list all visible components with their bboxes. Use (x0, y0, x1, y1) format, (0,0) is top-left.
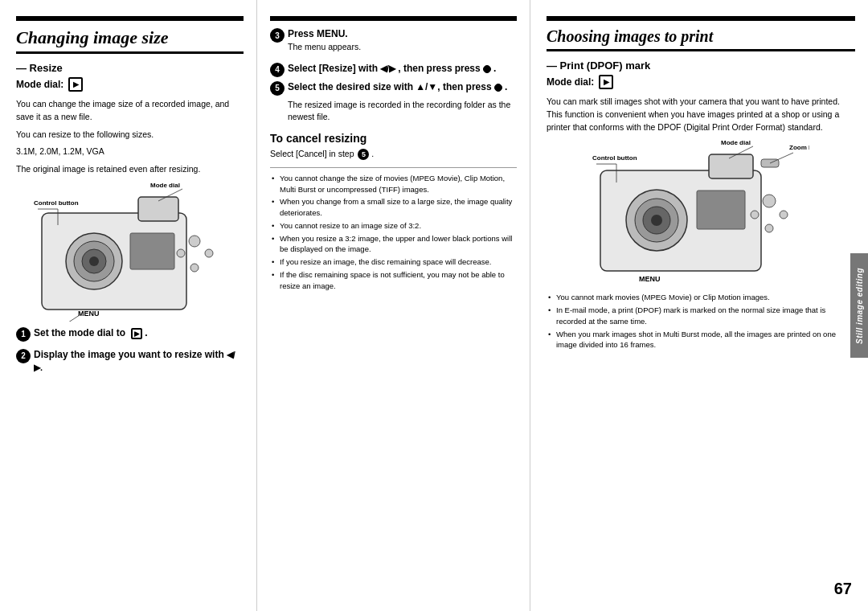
right-bullet-3: When you mark images shot in Multi Burst… (547, 329, 855, 351)
step5-period: . (505, 81, 507, 92)
cancel-step-num: 5 (358, 149, 369, 160)
step1-num: 1 (16, 327, 31, 342)
right-camera-svg: Control button Mode dial MENU Zoom butto… (592, 138, 809, 287)
svg-point-29 (751, 211, 759, 219)
left-body2: You can resize to the following sizes. (16, 129, 244, 141)
left-section-title: Changing image size (16, 27, 244, 54)
top-border-right (547, 16, 855, 21)
svg-text:MENU: MENU (639, 275, 661, 283)
step4-text: Select [Resize] with (288, 63, 378, 74)
svg-rect-1 (138, 197, 178, 221)
step4-mid2: press (455, 63, 483, 74)
svg-text:MENU: MENU (78, 310, 100, 318)
step4-circle-btn (483, 65, 491, 73)
step5-arrows: ▲/▼, then press (416, 81, 494, 92)
step2-content: Display the image you want to resize wit… (34, 348, 244, 374)
svg-rect-20 (709, 154, 753, 178)
step1-text: Set the mode dial to (34, 327, 125, 338)
svg-point-10 (177, 249, 185, 257)
step4-num: 4 (270, 63, 285, 77)
svg-point-27 (780, 211, 788, 219)
left-body3: The original image is retained even afte… (16, 163, 244, 176)
svg-point-5 (89, 256, 99, 266)
svg-point-8 (205, 249, 213, 257)
cancel-title: To cancel resizing (270, 132, 517, 145)
step1-period: . (145, 327, 147, 338)
bullet-6: If the disc remaining space is not suffi… (270, 269, 517, 292)
svg-text:Mode dial: Mode dial (721, 139, 751, 146)
step1: 1 Set the mode dial to ▶ . (16, 326, 244, 342)
right-mode-dial-label: Mode dial: (547, 76, 594, 88)
left-camera-diagram: MENU Control button Mode dial MENU (34, 181, 227, 322)
svg-rect-6 (130, 233, 174, 269)
svg-text:Mode dial: Mode dial (150, 182, 180, 189)
right-bullet-1: You cannot mark movies (MPEG Movie) or C… (547, 292, 855, 303)
page: Changing image size — Resize Mode dial: … (0, 0, 868, 611)
svg-rect-25 (697, 191, 745, 229)
svg-point-26 (763, 195, 776, 207)
left-mode-dial-label: Mode dial: (16, 79, 63, 90)
step5-text: Select the desired size with (288, 81, 413, 92)
right-camera-diagram: Control button Mode dial MENU Zoom butto… (592, 138, 809, 287)
cancel-section: To cancel resizing Select [Cancel] in st… (270, 132, 517, 161)
bullet-1: You cannot change the size of movies (MP… (270, 173, 517, 195)
svg-text:Control button: Control button (592, 154, 637, 162)
step4: 4 Select [Resize] with ◀/▶ , then press … (270, 62, 517, 77)
step4-content: Select [Resize] with ◀/▶ , then press pr… (288, 62, 517, 76)
bullet-5: If you resize an image, the disc remaini… (270, 256, 517, 268)
right-subtitle: — Print (DPOF) mark (547, 59, 855, 72)
step5-content: Select the desired size with ▲/▼, then p… (288, 80, 517, 94)
bullet-2: When you change from a small size to a l… (270, 196, 517, 219)
top-border-left (16, 16, 244, 21)
middle-column: 3 Press MENU. The menu appears. 4 Select… (257, 0, 530, 611)
bullet-3: You cannot resize to an image size of 3:… (270, 220, 517, 232)
page-number: 67 (834, 580, 852, 598)
step5: 5 Select the desired size with ▲/▼, then… (270, 80, 517, 96)
right-section-title: Choosing images to print (547, 27, 855, 51)
sidebar-tab: Still image editing (850, 253, 868, 358)
left-mode-dial-line: Mode dial: (16, 77, 244, 92)
svg-text:Zoom button: Zoom button (789, 144, 809, 151)
step3-num: 3 (270, 28, 285, 43)
svg-point-28 (765, 224, 773, 232)
svg-line-17 (66, 314, 82, 322)
svg-point-24 (651, 215, 662, 226)
step4-mid: , then press (398, 63, 452, 74)
step2-num: 2 (16, 349, 31, 363)
resized-note: The resized image is recorded in the rec… (288, 99, 517, 125)
step3-content: Press MENU. The menu appears. (288, 27, 517, 59)
step1-content: Set the mode dial to ▶ . (34, 326, 244, 340)
step3-title: Press MENU. (288, 27, 517, 41)
step3-body: The menu appears. (288, 41, 517, 54)
right-play-icon (599, 75, 613, 89)
svg-line-37 (770, 153, 793, 163)
bullet-4: When you resize a 3:2 image, the upper a… (270, 233, 517, 256)
cancel-body: Select [Cancel] in step 5 . (270, 148, 517, 161)
step4-period: . (493, 63, 496, 74)
middle-bullets: You cannot change the size of movies (MP… (270, 173, 517, 292)
step5-circle-btn (494, 84, 502, 92)
svg-point-7 (189, 236, 200, 247)
left-camera-svg: MENU Control button Mode dial MENU (34, 181, 227, 322)
svg-text:Control button: Control button (34, 199, 79, 207)
left-column: Changing image size — Resize Mode dial: … (0, 0, 257, 611)
right-body1: You can mark still images shot with your… (547, 96, 855, 133)
step2: 2 Display the image you want to resize w… (16, 348, 244, 374)
right-mode-dial-line: Mode dial: (547, 75, 855, 89)
left-subtitle: — Resize (16, 62, 244, 74)
left-body1: You can change the image size of a recor… (16, 98, 244, 124)
right-column: Choosing images to print — Print (DPOF) … (530, 0, 868, 611)
step2-text: Display the image you want to resize wit… (34, 349, 224, 360)
top-border-middle (270, 16, 517, 21)
right-bullet-2: In E-mail mode, a print (DPOF) mark is m… (547, 305, 855, 327)
step5-num: 5 (270, 81, 285, 96)
divider (270, 167, 517, 168)
svg-point-9 (190, 264, 199, 272)
step1-play-icon: ▶ (131, 328, 142, 339)
left-sizes: 3.1M, 2.0M, 1.2M, VGA (16, 146, 244, 158)
step4-arrows: ◀/▶ (380, 64, 395, 73)
left-play-icon (68, 77, 83, 92)
step3: 3 Press MENU. The menu appears. (270, 27, 517, 59)
right-bullets: You cannot mark movies (MPEG Movie) or C… (547, 292, 855, 351)
